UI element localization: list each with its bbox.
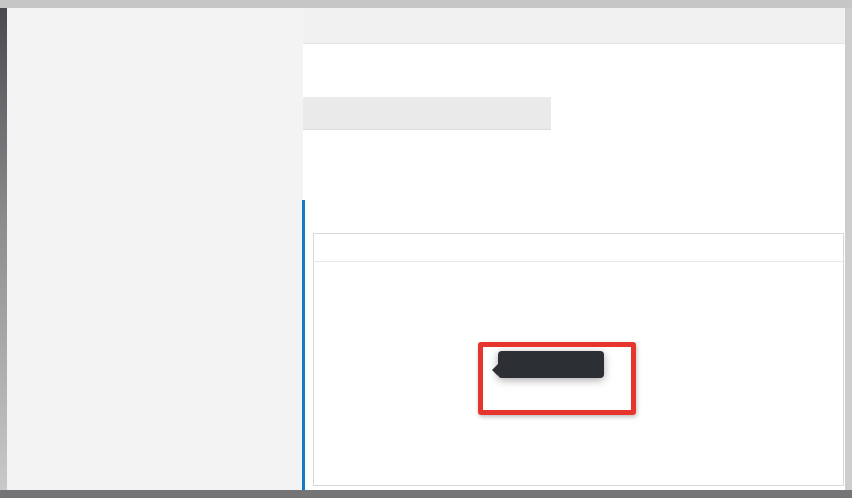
tooltip-series-swatch	[507, 359, 520, 372]
red-highlight-annotation	[478, 342, 636, 415]
editor-tab-bar	[303, 8, 845, 44]
connections-sidebar	[7, 8, 304, 490]
chart-tooltip	[498, 351, 604, 378]
breadcrumb	[303, 44, 845, 82]
tooltip-entry	[507, 359, 595, 372]
chart-legend	[314, 270, 843, 277]
sidebar-title	[7, 8, 303, 46]
window-bottom-edge	[0, 490, 852, 498]
window-top-edge	[0, 0, 852, 8]
space-used-by-tables-panel	[313, 233, 844, 486]
window-right-edge	[845, 8, 852, 490]
servers-section-header[interactable]	[7, 46, 303, 66]
sidebar-resize-sash[interactable]	[302, 200, 305, 490]
app-window	[0, 0, 852, 498]
editor-area	[303, 8, 845, 490]
window-left-edge	[0, 8, 7, 490]
panel-header	[314, 234, 843, 262]
dashboard-tab-strip	[303, 97, 551, 130]
